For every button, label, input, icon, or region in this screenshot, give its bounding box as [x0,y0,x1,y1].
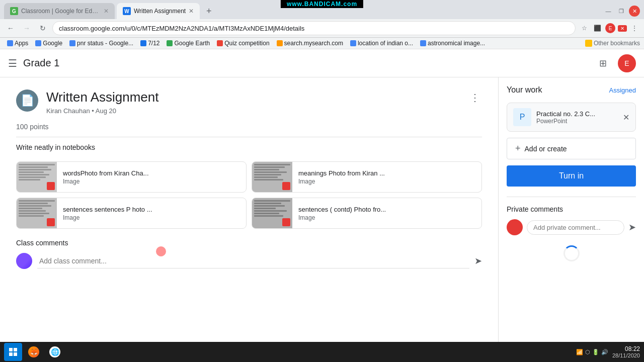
bookmark-apps[interactable]: Apps [4,39,31,48]
bandicam-watermark: www.BANDICAM.com [281,0,363,8]
your-work-title: Your work [507,85,542,95]
attachment-sentences[interactable]: sentences sentences P hoto ... Image [16,198,247,229]
commenter-avatar [16,253,32,269]
bookmark-google[interactable]: Google [32,39,65,48]
clock-display: 08:22 28/11/2020 [612,345,640,358]
new-tab-button[interactable]: + [202,4,216,18]
close-button[interactable]: ✕ [629,6,640,17]
bookmark-712[interactable]: 7/12 [137,39,163,48]
error-badge[interactable]: ✕ [618,25,627,32]
remove-file-button[interactable]: ✕ [623,113,629,122]
attachment-sentences-type: Image [63,214,240,221]
svg-rect-1 [14,348,17,351]
more-options-button[interactable]: ⋮ [468,89,482,106]
loading-spinner [507,235,636,272]
extensions-icon[interactable]: ⬛ [592,23,603,34]
attachment-meanings[interactable]: meanings Photo from Kiran ... Image [252,161,482,193]
assignment-meta: Kiran Chauhan • Aug 20 [46,107,468,115]
svg-rect-0 [9,348,13,351]
menu-button[interactable]: ⋮ [629,23,640,34]
tab-assignment[interactable]: W Written Assignment ✕ [117,3,200,19]
assigned-status-badge: Assigned [609,86,636,94]
bookmark-quiz[interactable]: Quiz competition [214,39,272,48]
user-avatar[interactable]: E [618,54,636,72]
attachment-sentences-badge [47,218,55,226]
attachment-meanings-name: meanings Photo from Kiran ... [298,169,389,177]
tab-classroom-close[interactable]: ✕ [104,8,109,15]
turn-in-button[interactable]: Turn in [507,165,636,187]
bookmark-astronomical[interactable]: astronomical image... [417,39,488,48]
taskbar-firefox[interactable]: 🦊 [24,343,43,361]
private-comment-send[interactable]: ➤ [628,222,636,233]
minimize-button[interactable]: — [603,6,614,17]
bookmark-star-icon[interactable]: ☆ [579,23,590,34]
add-icon: + [515,143,521,154]
private-avatar [507,219,523,235]
attachments-grid: wordsPhoto from Kiran Cha... Image [16,161,482,229]
volume-icon: 🔊 [601,349,608,355]
start-button[interactable] [4,343,22,361]
private-comment-input[interactable] [527,220,624,235]
battery-icon: 🔋 [592,349,599,355]
section-divider [16,137,482,137]
file-type: PowerPoint [536,118,623,125]
tab-assignment-label: Written Assignment [134,8,186,15]
attachment-words-name: wordsPhoto from Kiran Cha... [63,169,153,177]
add-or-create-button[interactable]: + Add or create [507,138,636,159]
sidebar-toggle[interactable]: ☰ [8,57,17,69]
private-comments-section: Private comments ➤ [507,197,636,272]
assignment-title: Written Assignment [46,89,468,105]
bookmark-location[interactable]: location of indian o... [347,39,416,48]
attachment-sentences-name: sentences sentences P hoto ... [63,206,153,213]
back-button[interactable]: ← [4,22,17,35]
attachment-thumb-badge [47,182,55,190]
attachment-sentences-contd-badge [282,218,290,226]
attachment-meanings-badge [282,182,290,190]
taskbar: 🦊 🌐 📶 ⬡ 🔋 🔊 08:22 28/11/2020 [0,342,644,362]
your-work-sidebar: Your work Assigned P Practical no. 2.3 C… [498,77,644,362]
app-title: Grade 1 [23,57,59,69]
attached-file-card[interactable]: P Practical no. 2.3 C... PowerPoint ✕ [507,103,636,132]
system-tray: 📶 ⬡ 🔋 🔊 [576,349,608,355]
bookmark-pnr[interactable]: pnr status - Google... [66,39,136,48]
class-comments-title: Class comments [16,239,482,247]
class-comment-send[interactable]: ➤ [474,255,482,266]
private-comments-title: Private comments [507,205,636,213]
class-comment-input[interactable] [37,254,469,268]
maximize-button[interactable]: ❐ [616,6,627,17]
bookmark-earth[interactable]: Google Earth [164,39,213,48]
attachment-sentences-contd[interactable]: sentences ( contd) Photo fro... Image [252,198,482,229]
attachment-words[interactable]: wordsPhoto from Kiran Cha... Image [16,161,247,193]
add-create-label: Add or create [525,145,567,153]
file-name: Practical no. 2.3 C... [536,110,612,118]
attachment-meanings-type: Image [298,178,475,185]
tab-classroom[interactable]: G Classroom | Google for Educatio... ✕ [4,3,115,19]
bluetooth-icon: ⬡ [585,349,590,355]
tab-assignment-close[interactable]: ✕ [189,8,194,15]
attachment-words-type: Image [63,178,240,185]
forward-button[interactable]: → [20,22,33,35]
assignment-points: 100 points [16,123,482,131]
network-icon: 📶 [576,349,583,355]
taskbar-chrome[interactable]: 🌐 [45,343,64,361]
grid-apps-icon[interactable]: ⊞ [594,54,612,72]
bookmark-mysearch[interactable]: search.mysearch.com [274,39,346,48]
assignment-type-icon: 📄 [16,89,38,112]
other-bookmarks[interactable]: Other bookmarks [585,40,640,47]
attachment-sentences-contd-name: sentences ( contd) Photo fro... [298,206,389,213]
assignment-instruction: Write neatly in notebooks [16,143,482,151]
class-comments-section: Class comments ➤ [16,239,482,269]
file-type-icon: P [513,108,531,126]
reload-button[interactable]: ↻ [36,22,49,35]
profile-icon[interactable]: E [605,23,616,34]
address-bar[interactable] [52,21,576,35]
tab-classroom-label: Classroom | Google for Educatio... [21,8,101,15]
svg-rect-2 [9,352,13,356]
attachment-sentences-contd-type: Image [298,214,475,221]
svg-rect-3 [14,352,17,356]
